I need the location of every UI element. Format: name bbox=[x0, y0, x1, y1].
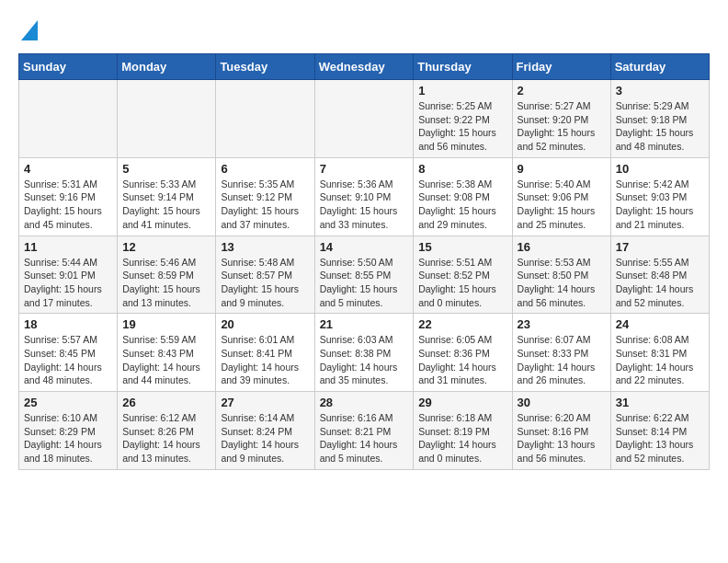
day-info: Sunrise: 5:53 AMSunset: 8:50 PMDaylight:… bbox=[518, 256, 606, 310]
day-number: 26 bbox=[122, 396, 210, 409]
day-number: 8 bbox=[418, 162, 506, 176]
day-info: Sunrise: 6:03 AMSunset: 8:38 PMDaylight:… bbox=[320, 333, 409, 387]
header-cell: Saturday bbox=[610, 54, 709, 80]
logo-icon bbox=[21, 20, 38, 40]
calendar-cell: 3Sunrise: 5:29 AMSunset: 9:18 PMDaylight… bbox=[610, 80, 709, 158]
day-number: 1 bbox=[418, 84, 506, 98]
header-cell: Sunday bbox=[19, 54, 118, 80]
day-number: 9 bbox=[518, 162, 606, 176]
day-info: Sunrise: 5:46 AMSunset: 8:59 PMDaylight:… bbox=[122, 256, 210, 310]
header-cell: Tuesday bbox=[216, 54, 314, 80]
calendar-cell: 27Sunrise: 6:14 AMSunset: 8:24 PMDayligh… bbox=[216, 392, 314, 470]
calendar-cell: 15Sunrise: 5:51 AMSunset: 8:52 PMDayligh… bbox=[414, 236, 512, 314]
calendar-cell: 4Sunrise: 5:31 AMSunset: 9:16 PMDaylight… bbox=[19, 157, 118, 236]
day-number: 12 bbox=[122, 240, 210, 254]
day-info: Sunrise: 5:48 AMSunset: 8:57 PMDaylight:… bbox=[221, 256, 309, 310]
calendar-row: 11Sunrise: 5:44 AMSunset: 9:01 PMDayligh… bbox=[19, 236, 710, 314]
day-info: Sunrise: 6:01 AMSunset: 8:41 PMDaylight:… bbox=[221, 333, 309, 387]
day-info: Sunrise: 6:05 AMSunset: 8:36 PMDaylight:… bbox=[418, 333, 506, 387]
calendar-cell: 12Sunrise: 5:46 AMSunset: 8:59 PMDayligh… bbox=[118, 236, 216, 314]
calendar-cell: 23Sunrise: 6:07 AMSunset: 8:33 PMDayligh… bbox=[512, 314, 610, 392]
day-number: 21 bbox=[320, 317, 409, 331]
day-info: Sunrise: 6:22 AMSunset: 8:14 PMDaylight:… bbox=[616, 411, 704, 465]
calendar-cell: 6Sunrise: 5:35 AMSunset: 9:12 PMDaylight… bbox=[216, 157, 314, 236]
page-header bbox=[18, 18, 710, 44]
day-number: 19 bbox=[122, 317, 210, 331]
day-number: 16 bbox=[518, 240, 606, 254]
day-number: 4 bbox=[24, 162, 112, 176]
day-info: Sunrise: 6:08 AMSunset: 8:31 PMDaylight:… bbox=[616, 333, 704, 387]
day-info: Sunrise: 6:20 AMSunset: 8:16 PMDaylight:… bbox=[518, 411, 606, 465]
day-number: 22 bbox=[418, 317, 506, 331]
day-number: 18 bbox=[24, 317, 112, 331]
calendar-cell bbox=[19, 80, 118, 158]
day-number: 5 bbox=[122, 162, 210, 176]
day-number: 3 bbox=[616, 84, 704, 98]
day-info: Sunrise: 5:36 AMSunset: 9:10 PMDaylight:… bbox=[320, 178, 409, 232]
day-number: 31 bbox=[616, 396, 704, 409]
day-number: 10 bbox=[616, 162, 704, 176]
day-number: 25 bbox=[24, 396, 112, 409]
calendar-row: 1Sunrise: 5:25 AMSunset: 9:22 PMDaylight… bbox=[19, 80, 710, 158]
day-info: Sunrise: 5:42 AMSunset: 9:03 PMDaylight:… bbox=[616, 178, 704, 232]
day-info: Sunrise: 6:10 AMSunset: 8:29 PMDaylight:… bbox=[24, 411, 112, 465]
calendar-cell: 17Sunrise: 5:55 AMSunset: 8:48 PMDayligh… bbox=[610, 236, 709, 314]
day-number: 23 bbox=[518, 317, 606, 331]
day-info: Sunrise: 5:55 AMSunset: 8:48 PMDaylight:… bbox=[616, 256, 704, 310]
day-number: 24 bbox=[616, 317, 704, 331]
calendar-cell: 21Sunrise: 6:03 AMSunset: 8:38 PMDayligh… bbox=[314, 314, 414, 392]
calendar-cell: 22Sunrise: 6:05 AMSunset: 8:36 PMDayligh… bbox=[414, 314, 512, 392]
calendar-cell bbox=[314, 80, 414, 158]
day-number: 17 bbox=[616, 240, 704, 254]
calendar-cell: 28Sunrise: 6:16 AMSunset: 8:21 PMDayligh… bbox=[314, 392, 414, 470]
calendar-cell: 10Sunrise: 5:42 AMSunset: 9:03 PMDayligh… bbox=[610, 157, 709, 236]
day-number: 20 bbox=[221, 317, 309, 331]
day-number: 27 bbox=[221, 396, 309, 409]
calendar-cell: 29Sunrise: 6:18 AMSunset: 8:19 PMDayligh… bbox=[414, 392, 512, 470]
day-number: 11 bbox=[24, 240, 112, 254]
day-number: 28 bbox=[320, 396, 409, 409]
header-cell: Thursday bbox=[414, 54, 512, 80]
calendar-cell: 1Sunrise: 5:25 AMSunset: 9:22 PMDaylight… bbox=[414, 80, 512, 158]
calendar-row: 18Sunrise: 5:57 AMSunset: 8:45 PMDayligh… bbox=[19, 314, 710, 392]
calendar-cell: 9Sunrise: 5:40 AMSunset: 9:06 PMDaylight… bbox=[512, 157, 610, 236]
day-number: 30 bbox=[518, 396, 606, 409]
day-info: Sunrise: 6:16 AMSunset: 8:21 PMDaylight:… bbox=[320, 411, 409, 465]
day-info: Sunrise: 5:57 AMSunset: 8:45 PMDaylight:… bbox=[24, 333, 112, 387]
day-number: 2 bbox=[518, 84, 606, 98]
header-cell: Monday bbox=[118, 54, 216, 80]
calendar-cell: 5Sunrise: 5:33 AMSunset: 9:14 PMDaylight… bbox=[118, 157, 216, 236]
calendar-cell bbox=[216, 80, 314, 158]
header-cell: Friday bbox=[512, 54, 610, 80]
header-cell: Wednesday bbox=[314, 54, 414, 80]
calendar-cell: 26Sunrise: 6:12 AMSunset: 8:26 PMDayligh… bbox=[118, 392, 216, 470]
day-info: Sunrise: 5:31 AMSunset: 9:16 PMDaylight:… bbox=[24, 178, 112, 232]
calendar-row: 25Sunrise: 6:10 AMSunset: 8:29 PMDayligh… bbox=[19, 392, 710, 470]
calendar-cell: 19Sunrise: 5:59 AMSunset: 8:43 PMDayligh… bbox=[118, 314, 216, 392]
calendar-cell: 31Sunrise: 6:22 AMSunset: 8:14 PMDayligh… bbox=[610, 392, 709, 470]
calendar-row: 4Sunrise: 5:31 AMSunset: 9:16 PMDaylight… bbox=[19, 157, 710, 236]
calendar-cell: 25Sunrise: 6:10 AMSunset: 8:29 PMDayligh… bbox=[19, 392, 118, 470]
day-info: Sunrise: 5:51 AMSunset: 8:52 PMDaylight:… bbox=[418, 256, 506, 310]
calendar-cell: 24Sunrise: 6:08 AMSunset: 8:31 PMDayligh… bbox=[610, 314, 709, 392]
day-info: Sunrise: 5:59 AMSunset: 8:43 PMDaylight:… bbox=[122, 333, 210, 387]
day-info: Sunrise: 5:33 AMSunset: 9:14 PMDaylight:… bbox=[122, 178, 210, 232]
day-number: 7 bbox=[320, 162, 409, 176]
day-info: Sunrise: 5:29 AMSunset: 9:18 PMDaylight:… bbox=[616, 99, 704, 154]
day-info: Sunrise: 6:12 AMSunset: 8:26 PMDaylight:… bbox=[122, 411, 210, 465]
day-number: 6 bbox=[221, 162, 309, 176]
calendar-cell: 7Sunrise: 5:36 AMSunset: 9:10 PMDaylight… bbox=[314, 157, 414, 236]
day-number: 29 bbox=[418, 396, 506, 409]
day-info: Sunrise: 5:50 AMSunset: 8:55 PMDaylight:… bbox=[320, 256, 409, 310]
day-info: Sunrise: 6:07 AMSunset: 8:33 PMDaylight:… bbox=[518, 333, 606, 387]
calendar-cell: 30Sunrise: 6:20 AMSunset: 8:16 PMDayligh… bbox=[512, 392, 610, 470]
calendar-cell: 13Sunrise: 5:48 AMSunset: 8:57 PMDayligh… bbox=[216, 236, 314, 314]
calendar-cell bbox=[118, 80, 216, 158]
day-info: Sunrise: 6:14 AMSunset: 8:24 PMDaylight:… bbox=[221, 411, 309, 465]
day-number: 15 bbox=[418, 240, 506, 254]
logo bbox=[18, 18, 38, 44]
calendar-cell: 11Sunrise: 5:44 AMSunset: 9:01 PMDayligh… bbox=[19, 236, 118, 314]
calendar-cell: 8Sunrise: 5:38 AMSunset: 9:08 PMDaylight… bbox=[414, 157, 512, 236]
day-info: Sunrise: 5:40 AMSunset: 9:06 PMDaylight:… bbox=[518, 178, 606, 232]
header-row: SundayMondayTuesdayWednesdayThursdayFrid… bbox=[19, 54, 710, 80]
